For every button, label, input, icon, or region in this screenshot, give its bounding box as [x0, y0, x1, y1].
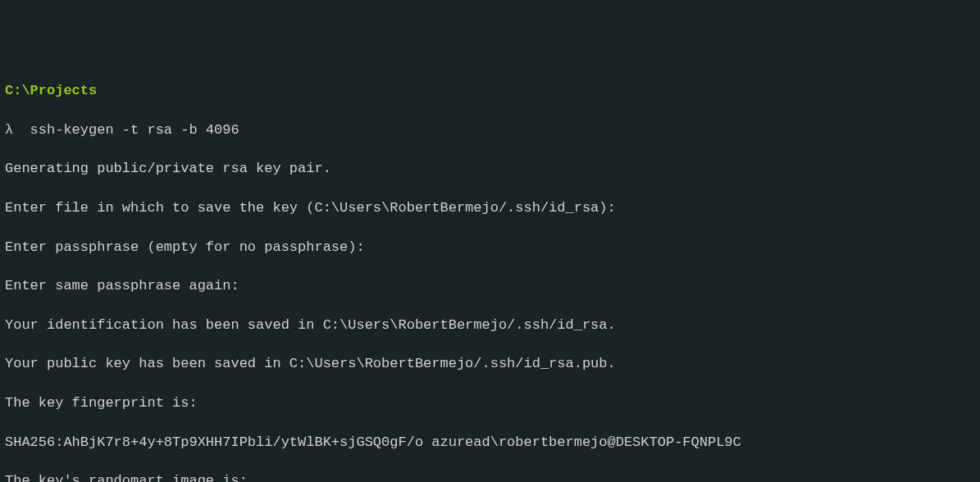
terminal-output-line: Generating public/private rsa key pair.: [5, 159, 975, 179]
terminal-output-line: Enter file in which to save the key (C:\…: [5, 198, 975, 218]
terminal-output-line: The key fingerprint is:: [5, 393, 975, 413]
terminal-output-line: Your public key has been saved in C:\Use…: [5, 354, 975, 374]
terminal-path: C:\Projects: [5, 81, 975, 101]
terminal-output-line: SHA256:AhBjK7r8+4y+8Tp9XHH7IPbli/ytWlBK+…: [5, 433, 975, 452]
terminal-output-line: Your identification has been saved in C:…: [5, 316, 975, 335]
terminal-command[interactable]: λ ssh-keygen -t rsa -b 4096: [5, 120, 975, 140]
terminal-output-line: Enter same passphrase again:: [5, 276, 975, 296]
terminal-output-line: The key's randomart image is:: [5, 471, 975, 482]
terminal-output-line: Enter passphrase (empty for no passphras…: [5, 238, 975, 257]
